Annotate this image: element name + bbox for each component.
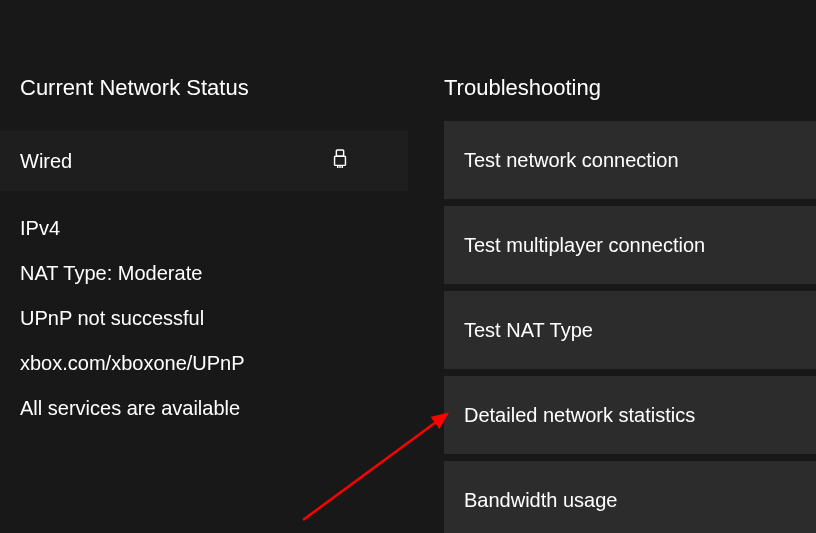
network-status-heading: Current Network Status <box>20 75 424 101</box>
troubleshooting-panel: Troubleshooting Test network connection … <box>444 75 816 533</box>
menu-label: Detailed network statistics <box>464 404 695 427</box>
status-info-list: IPv4 NAT Type: Moderate UPnP not success… <box>20 217 424 420</box>
svg-rect-0 <box>336 150 343 156</box>
troubleshooting-menu: Test network connection Test multiplayer… <box>444 121 816 533</box>
menu-item-detailed-statistics[interactable]: Detailed network statistics <box>444 376 816 454</box>
menu-item-test-network[interactable]: Test network connection <box>444 121 816 199</box>
status-info-upnp: UPnP not successful <box>20 307 424 330</box>
ethernet-icon <box>332 149 348 173</box>
svg-rect-1 <box>335 156 346 165</box>
menu-label: Test NAT Type <box>464 319 593 342</box>
connection-type-row[interactable]: Wired <box>0 131 408 191</box>
troubleshooting-heading: Troubleshooting <box>444 75 816 101</box>
menu-label: Bandwidth usage <box>464 489 617 512</box>
menu-label: Test network connection <box>464 149 679 172</box>
status-info-ipv4: IPv4 <box>20 217 424 240</box>
connection-type-label: Wired <box>20 150 72 173</box>
menu-label: Test multiplayer connection <box>464 234 705 257</box>
status-info-upnp-url: xbox.com/xboxone/UPnP <box>20 352 424 375</box>
status-info-services: All services are available <box>20 397 424 420</box>
status-info-nat-type: NAT Type: Moderate <box>20 262 424 285</box>
menu-item-test-multiplayer[interactable]: Test multiplayer connection <box>444 206 816 284</box>
menu-item-test-nat[interactable]: Test NAT Type <box>444 291 816 369</box>
network-status-panel: Current Network Status Wired IPv4 NAT Ty… <box>0 75 444 533</box>
menu-item-bandwidth-usage[interactable]: Bandwidth usage <box>444 461 816 533</box>
